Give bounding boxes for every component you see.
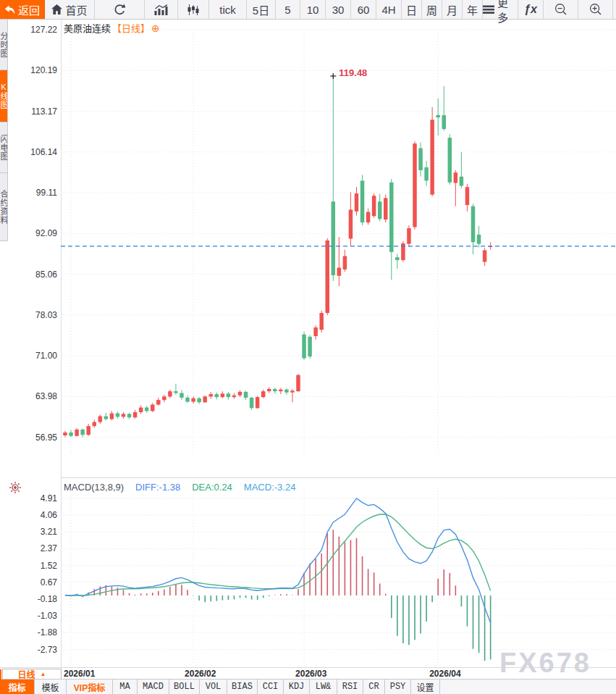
toolbar-button-kline[interactable] (178, 0, 209, 19)
indicator-button-模板[interactable]: 模板 (35, 680, 67, 694)
chart-app: 返回首页tick5日51030604H日周月年更多ƒx 分时图K线图闪电图合约资… (0, 0, 616, 694)
price-tick-label: 71.00 (0, 351, 57, 361)
toolbar-button-refresh[interactable] (95, 0, 145, 19)
home-icon (51, 4, 62, 14)
toolbar-button-back[interactable]: 返回 (0, 0, 45, 19)
indicator-button-RSI[interactable]: RSI (337, 680, 363, 694)
toolbar-button-interval-30[interactable]: 30 (326, 0, 351, 19)
toolbar-button-interval-5[interactable]: 5 (276, 0, 300, 19)
toolbar-button-label: 4H (381, 4, 395, 16)
indicator-button-MA[interactable]: MA (113, 680, 138, 694)
price-tick-label: 106.14 (0, 147, 57, 157)
toolbar-button-tick[interactable]: tick (209, 0, 247, 19)
price-tick-label: 56.95 (0, 432, 57, 443)
sidebar-tab-K线图[interactable]: K线图 (0, 70, 8, 122)
indicator-button-BIAS[interactable]: BIAS (227, 680, 258, 694)
month-label: 2026/03 (295, 669, 326, 679)
toolbar-button-bar-chart[interactable] (145, 0, 178, 19)
period-tag: 【日线】 (112, 21, 150, 35)
toolbar-button-fx[interactable]: ƒx (518, 0, 544, 19)
toolbar-button-label: 返回 (18, 2, 40, 17)
macd-tick-label: -2.73 (0, 645, 57, 655)
price-tick-label: 85.06 (0, 269, 57, 280)
toolbar-button-label: tick (219, 4, 236, 16)
indicator-toolbar: 指标模板VIP指标MAMACDBOLLVOLBIASCCIKDJLW&RSICR… (0, 679, 616, 694)
toolbar-button-label: 5日 (253, 2, 269, 17)
macd-tick-label: -1.88 (0, 627, 57, 637)
toolbar-button-interval-4h[interactable]: 4H (376, 0, 402, 19)
indicator-button-指标[interactable]: 指标 (0, 680, 35, 694)
toolbar-button-label: 5 (284, 4, 290, 16)
macd-tick-label: -0.18 (0, 594, 57, 604)
symbol-name: 美原油连续 (64, 21, 111, 35)
indicator-button-KDJ[interactable]: KDJ (284, 680, 310, 694)
refresh-icon (114, 4, 126, 16)
price-tick-label: 113.17 (0, 106, 57, 117)
indicator-button-CCI[interactable]: CCI (258, 680, 284, 694)
price-tick-label: 120.19 (0, 65, 57, 75)
sidebar-tab-分时图[interactable]: 分时图 (0, 20, 8, 70)
macd-tick-label: 0.67 (0, 577, 57, 588)
zoom-in-icon (589, 3, 602, 16)
indicator-button-设置[interactable]: 设置 (411, 680, 440, 694)
triangle-up-icon: ▲ (41, 671, 46, 677)
indicator-button-BOLL[interactable]: BOLL (169, 680, 200, 694)
month-label: 2026/02 (185, 669, 216, 679)
toolbar-button-label: 60 (358, 4, 370, 16)
price-tick-label: 127.22 (0, 25, 57, 35)
toolbar-button-interval-day[interactable]: 日 (402, 0, 422, 19)
indicator-button-MACD[interactable]: MACD (138, 680, 169, 694)
price-tick-label: 78.03 (0, 310, 57, 320)
toolbar-button-interval-year[interactable]: 年 (463, 0, 483, 19)
month-label: 2026/01 (64, 669, 95, 679)
toolbar-button-label: 年 (467, 2, 478, 17)
toolbar-button-interval-month[interactable]: 月 (442, 0, 463, 19)
indicator-button-PSY[interactable]: PSY (385, 680, 411, 694)
macd-tick-label: 4.06 (0, 510, 57, 520)
toolbar-button-interval-60[interactable]: 60 (351, 0, 376, 19)
chart-type-sidebar: 分时图K线图闪电图合约资料 (0, 20, 8, 241)
price-tick-label: 63.98 (0, 391, 57, 401)
high-price-annotation: 119.48 (339, 67, 367, 78)
price-tick-label: 99.11 (0, 188, 57, 198)
price-tick-label: 92.09 (0, 228, 57, 238)
menu-icon (483, 5, 494, 14)
toolbar-button-range-5d[interactable]: 5日 (247, 0, 276, 19)
period-selector[interactable]: 日线 ▲ (2, 669, 62, 680)
toolbar-button-label: 30 (332, 4, 345, 16)
bar-chart-icon (154, 4, 168, 15)
top-toolbar: 返回首页tick5日51030604H日周月年更多ƒx (0, 0, 616, 20)
candlestick-chart[interactable]: 119.48 (61, 20, 616, 478)
toolbar-button-label: 日 (406, 2, 417, 17)
indicator-button-LW&[interactable]: LW& (310, 680, 337, 694)
toolbar-button-more[interactable]: 更多 (483, 0, 518, 19)
indicator-button-VOL[interactable]: VOL (200, 680, 227, 694)
toolbar-button-zoom-out[interactable] (544, 0, 578, 19)
macd-tick-label: 1.52 (0, 561, 57, 571)
macd-title: MACD(13,8,9) (64, 482, 124, 493)
watermark: FX678 (499, 648, 591, 679)
add-indicator-icon[interactable]: ⊕ (151, 23, 160, 33)
indicator-button-VIP指标[interactable]: VIP指标 (67, 680, 113, 694)
toolbar-button-home[interactable]: 首页 (45, 0, 95, 19)
toolbar-button-interval-week[interactable]: 周 (422, 0, 442, 19)
zoom-out-icon (554, 3, 568, 16)
macd-header: MACD(13,8,9) DIFF:-1.38 DEA:0.24 MACD:-3… (64, 482, 295, 493)
accent-strip (0, 669, 1, 694)
toolbar-button-label: ƒx (524, 3, 537, 16)
toolbar-button-label: 首页 (65, 2, 87, 17)
sidebar-tab-合约资料[interactable]: 合约资料 (0, 173, 8, 241)
macd-tick-label: 2.37 (0, 543, 57, 553)
back-arrow-icon (4, 5, 15, 14)
sidebar-tab-闪电图[interactable]: 闪电图 (0, 122, 8, 173)
macd-tick-label: 3.21 (0, 527, 57, 537)
toolbar-button-label: 周 (426, 2, 437, 17)
toolbar-button-interval-10[interactable]: 10 (300, 0, 326, 19)
macd-chart[interactable] (61, 478, 616, 667)
toolbar-button-zoom-in[interactable] (578, 0, 613, 19)
macd-dea-value: DEA:0.24 (192, 482, 232, 493)
candlestick-icon (187, 4, 199, 15)
chart-title: 美原油连续【日线】⊕ (64, 21, 160, 35)
indicator-button-CR[interactable]: CR (363, 680, 385, 694)
macd-macd-value: MACD:-3.24 (244, 482, 296, 493)
